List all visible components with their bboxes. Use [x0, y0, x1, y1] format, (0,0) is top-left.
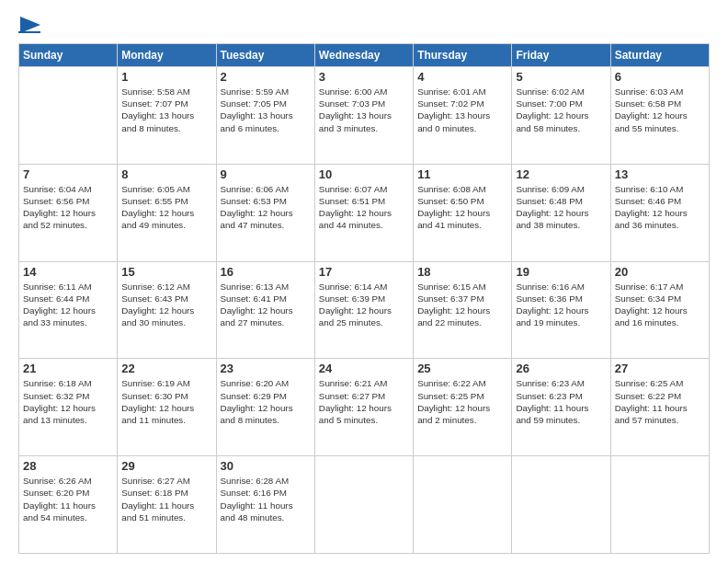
day-cell: 4Sunrise: 6:01 AM Sunset: 7:02 PM Daylig… — [414, 67, 512, 165]
day-cell: 18Sunrise: 6:15 AM Sunset: 6:37 PM Dayli… — [414, 261, 512, 359]
day-cell: 12Sunrise: 6:09 AM Sunset: 6:48 PM Dayli… — [512, 164, 610, 261]
logo-arrow-icon — [20, 17, 40, 33]
day-cell: 26Sunrise: 6:23 AM Sunset: 6:23 PM Dayli… — [512, 359, 610, 456]
day-cell: 27Sunrise: 6:25 AM Sunset: 6:22 PM Dayli… — [610, 359, 709, 456]
day-number: 27 — [615, 362, 705, 375]
weekday-header-row: SundayMondayTuesdayWednesdayThursdayFrid… — [19, 44, 710, 67]
day-number: 4 — [417, 70, 507, 84]
day-cell — [512, 456, 610, 554]
weekday-header-monday: Monday — [118, 44, 216, 67]
day-number: 7 — [23, 167, 113, 181]
week-row-1: 1Sunrise: 5:58 AM Sunset: 7:07 PM Daylig… — [19, 67, 710, 165]
day-number: 17 — [319, 265, 409, 279]
day-info: Sunrise: 6:21 AM Sunset: 6:27 PM Dayligh… — [319, 377, 409, 426]
day-cell: 5Sunrise: 6:02 AM Sunset: 7:00 PM Daylig… — [512, 67, 610, 165]
logo-text-block — [18, 17, 40, 34]
day-cell: 7Sunrise: 6:04 AM Sunset: 6:56 PM Daylig… — [19, 164, 118, 261]
day-info: Sunrise: 6:16 AM Sunset: 6:36 PM Dayligh… — [516, 281, 606, 329]
day-cell: 23Sunrise: 6:20 AM Sunset: 6:29 PM Dayli… — [216, 359, 314, 456]
day-info: Sunrise: 6:06 AM Sunset: 6:53 PM Dayligh… — [221, 183, 311, 232]
day-info: Sunrise: 5:59 AM Sunset: 7:05 PM Dayligh… — [221, 86, 311, 134]
day-info: Sunrise: 6:13 AM Sunset: 6:41 PM Dayligh… — [221, 281, 311, 329]
day-number: 5 — [516, 70, 606, 84]
day-info: Sunrise: 6:10 AM Sunset: 6:46 PM Dayligh… — [615, 183, 705, 232]
week-row-2: 7Sunrise: 6:04 AM Sunset: 6:56 PM Daylig… — [19, 164, 710, 261]
header — [18, 17, 710, 34]
day-number: 29 — [121, 459, 211, 473]
day-info: Sunrise: 6:20 AM Sunset: 6:29 PM Dayligh… — [221, 377, 311, 426]
day-info: Sunrise: 6:14 AM Sunset: 6:39 PM Dayligh… — [319, 281, 409, 329]
day-info: Sunrise: 6:09 AM Sunset: 6:48 PM Dayligh… — [516, 183, 606, 232]
day-cell — [314, 456, 413, 554]
day-cell: 13Sunrise: 6:10 AM Sunset: 6:46 PM Dayli… — [610, 164, 709, 261]
calendar-table: SundayMondayTuesdayWednesdayThursdayFrid… — [18, 43, 710, 554]
day-info: Sunrise: 6:15 AM Sunset: 6:37 PM Dayligh… — [417, 281, 507, 329]
day-info: Sunrise: 6:07 AM Sunset: 6:51 PM Dayligh… — [319, 183, 409, 232]
day-number: 26 — [516, 362, 606, 375]
day-cell: 17Sunrise: 6:14 AM Sunset: 6:39 PM Dayli… — [314, 261, 413, 359]
day-cell: 1Sunrise: 5:58 AM Sunset: 7:07 PM Daylig… — [118, 67, 216, 165]
day-cell: 8Sunrise: 6:05 AM Sunset: 6:55 PM Daylig… — [118, 164, 216, 261]
day-number: 15 — [121, 265, 211, 279]
day-cell: 21Sunrise: 6:18 AM Sunset: 6:32 PM Dayli… — [19, 359, 118, 456]
weekday-header-thursday: Thursday — [414, 44, 512, 67]
day-info: Sunrise: 6:27 AM Sunset: 6:18 PM Dayligh… — [121, 475, 211, 523]
day-cell: 2Sunrise: 5:59 AM Sunset: 7:05 PM Daylig… — [216, 67, 314, 165]
day-number: 30 — [221, 459, 311, 473]
day-number: 2 — [221, 70, 311, 84]
day-cell: 19Sunrise: 6:16 AM Sunset: 6:36 PM Dayli… — [512, 261, 610, 359]
day-info: Sunrise: 6:25 AM Sunset: 6:22 PM Dayligh… — [615, 377, 705, 426]
day-info: Sunrise: 6:02 AM Sunset: 7:00 PM Dayligh… — [516, 86, 606, 134]
day-cell — [19, 67, 118, 165]
day-number: 23 — [221, 362, 311, 375]
day-info: Sunrise: 6:18 AM Sunset: 6:32 PM Dayligh… — [23, 377, 113, 426]
day-number: 20 — [615, 265, 705, 279]
day-cell: 22Sunrise: 6:19 AM Sunset: 6:30 PM Dayli… — [118, 359, 216, 456]
day-cell: 20Sunrise: 6:17 AM Sunset: 6:34 PM Dayli… — [610, 261, 709, 359]
logo — [18, 17, 40, 34]
day-info: Sunrise: 6:04 AM Sunset: 6:56 PM Dayligh… — [23, 183, 113, 232]
day-cell: 10Sunrise: 6:07 AM Sunset: 6:51 PM Dayli… — [314, 164, 413, 261]
day-info: Sunrise: 6:19 AM Sunset: 6:30 PM Dayligh… — [121, 377, 211, 426]
svg-marker-0 — [20, 17, 40, 33]
day-number: 12 — [516, 167, 606, 181]
day-info: Sunrise: 6:11 AM Sunset: 6:44 PM Dayligh… — [23, 281, 113, 329]
day-number: 6 — [615, 70, 705, 84]
day-number: 1 — [121, 70, 211, 84]
day-number: 13 — [615, 167, 705, 181]
weekday-header-friday: Friday — [512, 44, 610, 67]
week-row-5: 28Sunrise: 6:26 AM Sunset: 6:20 PM Dayli… — [19, 456, 710, 554]
day-info: Sunrise: 6:05 AM Sunset: 6:55 PM Dayligh… — [121, 183, 211, 232]
day-number: 11 — [417, 167, 507, 181]
day-info: Sunrise: 6:01 AM Sunset: 7:02 PM Dayligh… — [417, 86, 507, 134]
weekday-header-sunday: Sunday — [19, 44, 118, 67]
day-number: 25 — [417, 362, 507, 375]
day-cell: 28Sunrise: 6:26 AM Sunset: 6:20 PM Dayli… — [19, 456, 118, 554]
day-cell: 3Sunrise: 6:00 AM Sunset: 7:03 PM Daylig… — [314, 67, 413, 165]
week-row-3: 14Sunrise: 6:11 AM Sunset: 6:44 PM Dayli… — [19, 261, 710, 359]
day-info: Sunrise: 6:22 AM Sunset: 6:25 PM Dayligh… — [417, 377, 507, 426]
day-number: 19 — [516, 265, 606, 279]
day-cell: 11Sunrise: 6:08 AM Sunset: 6:50 PM Dayli… — [414, 164, 512, 261]
page: SundayMondayTuesdayWednesdayThursdayFrid… — [0, 0, 728, 563]
day-cell: 30Sunrise: 6:28 AM Sunset: 6:16 PM Dayli… — [216, 456, 314, 554]
day-info: Sunrise: 6:12 AM Sunset: 6:43 PM Dayligh… — [121, 281, 211, 329]
day-number: 21 — [23, 362, 113, 375]
day-number: 16 — [221, 265, 311, 279]
day-number: 3 — [319, 70, 409, 84]
day-info: Sunrise: 6:08 AM Sunset: 6:50 PM Dayligh… — [417, 183, 507, 232]
day-info: Sunrise: 6:00 AM Sunset: 7:03 PM Dayligh… — [319, 86, 409, 134]
day-cell: 15Sunrise: 6:12 AM Sunset: 6:43 PM Dayli… — [118, 261, 216, 359]
weekday-header-wednesday: Wednesday — [314, 44, 413, 67]
day-info: Sunrise: 6:17 AM Sunset: 6:34 PM Dayligh… — [615, 281, 705, 329]
day-cell: 16Sunrise: 6:13 AM Sunset: 6:41 PM Dayli… — [216, 261, 314, 359]
day-number: 10 — [319, 167, 409, 181]
day-cell: 6Sunrise: 6:03 AM Sunset: 6:58 PM Daylig… — [610, 67, 709, 165]
day-number: 22 — [121, 362, 211, 375]
day-number: 28 — [23, 459, 113, 473]
day-info: Sunrise: 6:23 AM Sunset: 6:23 PM Dayligh… — [516, 377, 606, 426]
weekday-header-saturday: Saturday — [610, 44, 709, 67]
week-row-4: 21Sunrise: 6:18 AM Sunset: 6:32 PM Dayli… — [19, 359, 710, 456]
weekday-header-tuesday: Tuesday — [216, 44, 314, 67]
day-number: 14 — [23, 265, 113, 279]
